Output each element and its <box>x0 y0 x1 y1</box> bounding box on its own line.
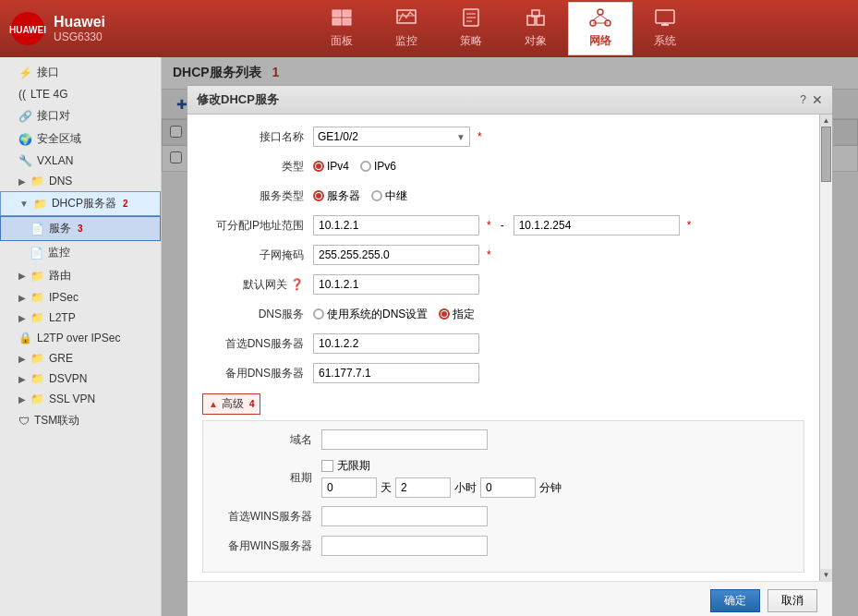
ip-range-end-input[interactable]: 10.1.2.254 <box>514 215 680 236</box>
service-server-radio[interactable]: 服务器 <box>313 188 360 204</box>
gateway-help-icon[interactable]: ❓ <box>290 278 304 291</box>
cancel-button[interactable]: 取消 <box>767 589 817 612</box>
sidebar-item-interface[interactable]: ⚡ 接口 <box>0 61 161 84</box>
tab-policy[interactable]: 策略 <box>439 2 503 55</box>
sidebar-item-dns[interactable]: ▶ 📁 DNS <box>0 171 161 191</box>
advanced-label: 高级 <box>222 396 244 412</box>
sidebar-label-ipsec: IPSec <box>49 291 79 304</box>
scroll-down-button[interactable]: ▼ <box>821 569 832 581</box>
backup-dns-input[interactable]: 61.177.7.1 <box>313 363 479 383</box>
ip-range-start-input[interactable]: 10.1.2.1 <box>313 215 479 236</box>
confirm-button[interactable]: 确定 <box>710 589 760 612</box>
form-row-preferred-dns: 首选DNS服务器 10.1.2.2 <box>202 332 804 355</box>
dns-specify-radio[interactable]: 指定 <box>439 307 475 322</box>
wins-backup-input[interactable] <box>321 536 488 556</box>
sidebar-item-ipsec[interactable]: ▶ 📁 IPSec <box>0 287 161 308</box>
svg-rect-5 <box>343 18 351 25</box>
domain-control <box>321 429 796 450</box>
wins-backup-control <box>321 536 796 556</box>
tab-dashboard[interactable]: 面板 <box>309 2 374 55</box>
svg-line-18 <box>593 15 600 20</box>
dns-system-radio[interactable]: 使用系统的DNS设置 <box>313 307 428 322</box>
advanced-badge: 4 <box>249 399 255 409</box>
vxlan-icon: 🔧 <box>18 154 32 167</box>
subnet-required: * <box>487 248 491 261</box>
modal-close-button[interactable]: ✕ <box>812 92 823 107</box>
content-area: DHCP服务列表 1 ✚ 新建 ✖ 删除 接口名称 类型 服务类 <box>162 57 858 616</box>
tab-system[interactable]: 系统 <box>633 2 697 55</box>
sidebar-item-route[interactable]: ▶ 📁 路由 <box>0 264 161 287</box>
svg-text:HUAWEI: HUAWEI <box>9 25 46 35</box>
type-ipv6-radio[interactable]: IPv6 <box>360 160 396 173</box>
modal-header: 修改DHCP服务 ? ✕ <box>187 86 832 115</box>
form-row-backup-dns: 备用DNS服务器 61.177.7.1 <box>202 362 804 384</box>
sidebar-item-security-zone[interactable]: 🌍 安全区域 <box>0 127 161 151</box>
service-relay-radio[interactable]: 中继 <box>371 188 407 204</box>
interface-select[interactable]: GE1/0/2 ▼ <box>313 127 470 147</box>
ssl-folder-icon: 📁 <box>30 393 44 405</box>
lease-checkbox-box <box>321 460 333 472</box>
sidebar-item-lte4g[interactable]: (( LTE 4G <box>0 84 161 104</box>
object-icon <box>525 8 547 31</box>
lease-days-input[interactable]: 0 <box>321 477 377 498</box>
dns-expand-icon: ▶ <box>18 176 26 187</box>
ipv4-radio-circle <box>313 161 324 172</box>
sidebar-item-vxlan[interactable]: 🔧 VXLAN <box>0 151 161 171</box>
sidebar-item-ssl-vpn[interactable]: ▶ 📁 SSL VPN <box>0 389 161 409</box>
dhcp-edit-modal: 修改DHCP服务 ? ✕ 接口名称 <box>187 85 833 616</box>
svg-point-15 <box>598 9 603 15</box>
lease-hours-label: 小时 <box>454 480 477 496</box>
server-label: 服务器 <box>327 188 360 204</box>
object-label: 对象 <box>525 33 547 49</box>
sidebar-item-gre[interactable]: ▶ 📁 GRE <box>0 348 161 368</box>
system-label: 系统 <box>654 33 676 49</box>
huawei-logo-icon: HUAWEI <box>9 10 46 47</box>
service-badge: 3 <box>78 223 83 234</box>
tab-object[interactable]: 对象 <box>503 2 568 55</box>
type-control: IPv4 IPv6 <box>313 160 804 173</box>
type-ipv4-radio[interactable]: IPv4 <box>313 160 349 173</box>
lease-hours-input[interactable]: 2 <box>395 477 451 498</box>
lease-unlimited-checkbox[interactable]: 无限期 <box>321 458 370 474</box>
gateway-input[interactable]: 10.1.2.1 <box>313 274 479 295</box>
ip-range-start-required: * <box>487 219 491 232</box>
sidebar-item-service[interactable]: 📄 服务 3 <box>0 216 161 241</box>
interface-control: GE1/0/2 ▼ * <box>313 127 804 147</box>
scroll-up-button[interactable]: ▲ <box>821 115 832 127</box>
sidebar-item-tsm[interactable]: 🛡 TSM联动 <box>0 409 161 432</box>
policy-label: 策略 <box>460 33 482 49</box>
sidebar-item-l2tp-ipsec[interactable]: 🔒 L2TP over IPSec <box>0 328 161 348</box>
subnet-input[interactable]: 255.255.255.0 <box>313 245 479 265</box>
ipsec-expand-icon: ▶ <box>18 293 26 303</box>
interface-field-label: 接口名称 <box>202 129 313 145</box>
advanced-toggle[interactable]: ▲ 高级 4 <box>202 393 260 415</box>
svg-rect-3 <box>343 10 351 17</box>
sidebar-item-interface-pair[interactable]: 🔗 接口对 <box>0 104 161 127</box>
form-row-gateway: 默认网关 ❓ 10.1.2.1 <box>202 273 804 296</box>
modal-help-icon[interactable]: ? <box>800 93 806 106</box>
sidebar-item-monitor2[interactable]: 📄 监控 <box>0 241 161 264</box>
interface-select-arrow: ▼ <box>456 132 465 142</box>
lease-field-label: 租期 <box>211 470 321 486</box>
monitor2-icon: 📄 <box>30 247 43 260</box>
sidebar-item-dhcp-server[interactable]: ▼ 📁 DHCP服务器 2 <box>0 191 161 216</box>
modal-title: 修改DHCP服务 <box>197 91 279 108</box>
form-row-type: 类型 IPv4 IPv6 <box>202 155 804 177</box>
security-zone-icon: 🌍 <box>18 133 32 146</box>
wins-primary-input[interactable] <box>321 506 488 526</box>
sidebar-item-dsvpn[interactable]: ▶ 📁 DSVPN <box>0 368 161 389</box>
sidebar-item-l2tp[interactable]: ▶ 📁 L2TP <box>0 308 161 328</box>
lease-minutes-input[interactable]: 0 <box>480 477 536 498</box>
domain-input[interactable] <box>321 429 488 450</box>
lte-icon: (( <box>18 88 26 101</box>
tab-network[interactable]: 网络 <box>568 2 633 55</box>
scroll-thumb[interactable] <box>821 127 831 182</box>
backup-dns-control: 61.177.7.1 <box>313 363 804 383</box>
form-row-wins-primary: 首选WINS服务器 <box>211 505 796 527</box>
monitor-icon <box>395 8 417 31</box>
tab-monitor[interactable]: 监控 <box>374 2 439 55</box>
preferred-dns-input[interactable]: 10.1.2.2 <box>313 333 479 354</box>
dns-specify-circle <box>439 308 450 320</box>
gateway-label-text: 默认网关 <box>243 278 287 291</box>
gateway-control: 10.1.2.1 <box>313 274 804 295</box>
